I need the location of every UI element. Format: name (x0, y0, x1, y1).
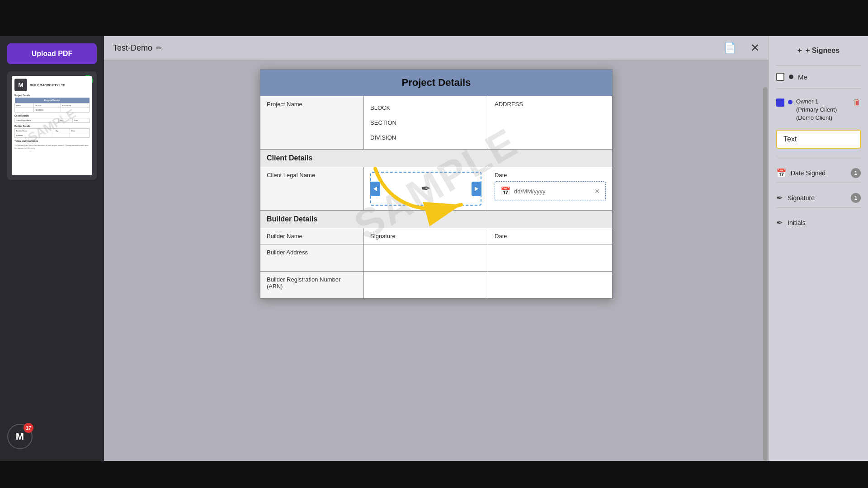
signature-cell[interactable]: ✒ (364, 167, 488, 211)
signature-field-icon: ✒ (776, 193, 783, 203)
owner-delete-icon[interactable]: 🗑 (853, 98, 861, 107)
signature-icon: ✒ (421, 182, 431, 196)
thumb-logo: M BUILDMACRO PTY LTD (14, 79, 90, 91)
calendar-field-icon: 📅 (776, 168, 786, 178)
divider-1 (776, 65, 861, 66)
address-cell: ADDRESS (488, 96, 613, 150)
builder-address-date (488, 244, 613, 272)
section-label: SECTION (370, 119, 481, 126)
date-signed-left: 📅 Date Signed (776, 168, 826, 178)
initials-row[interactable]: ✒ Initials (776, 213, 861, 232)
me-label: Me (798, 73, 807, 81)
initials-field-label: Initials (788, 219, 806, 226)
thumb-project-title: Project Details (14, 94, 90, 97)
upload-pdf-button[interactable]: Upload PDF (7, 43, 97, 64)
project-name-label: Project Name (260, 96, 364, 150)
top-bar (0, 0, 868, 36)
thumb-project-table: Project Details NameBLOCKADDRESS SECTION (14, 98, 90, 113)
signature-row[interactable]: ✒ Signature 1 (776, 188, 861, 208)
date-signed-label: Date Signed (791, 169, 826, 177)
bottom-bar (0, 461, 868, 488)
divider-2 (776, 88, 861, 89)
doc-title: Test-Demo ✏ (113, 43, 162, 53)
builder-date-header: Date (495, 233, 606, 239)
date-placeholder: dd/MM/yyyy (514, 188, 591, 195)
left-sidebar: Upload PDF 1 M BUILDMACRO PTY LTD Projec… (0, 36, 104, 461)
signees-label: + Signees (806, 47, 840, 55)
thumb-terms-text: 1. Payment terms are at the discretion o… (14, 144, 90, 149)
me-dot (789, 75, 793, 79)
pdf-main-table: Project Details Project Name BLOCK SECTI… (260, 69, 613, 299)
owner-desc: (Primary Client) (Demo Client) (796, 106, 849, 122)
builder-details-header: Builder Details (260, 211, 613, 228)
svg-marker-1 (475, 187, 478, 191)
center-content: Test-Demo ✏ 📄 ✕ SAMPLE Project Details P… (104, 36, 769, 461)
owner-info: Owner 1 (Primary Client) (Demo Client) (796, 98, 849, 122)
builder-sig-header: Signature (370, 233, 481, 239)
pdf-canvas[interactable]: SAMPLE Project Details Project Name BLOC… (104, 60, 769, 461)
initials-field-icon: ✒ (776, 218, 783, 228)
builder-date-cell: Date (488, 228, 613, 244)
builder-reg-sig (364, 272, 488, 299)
project-title-cell: Project Details (260, 70, 613, 96)
builder-address-sig (364, 244, 488, 272)
client-details-header: Client Details (260, 150, 613, 167)
doc-title-text: Test-Demo (113, 43, 152, 53)
builder-sig-cell: Signature (364, 228, 488, 244)
thumbnail-inner: M BUILDMACRO PTY LTD Project Details Pro… (12, 76, 92, 175)
client-legal-name-label: Client Legal Name (260, 167, 364, 211)
app-logo[interactable]: M 17 (7, 424, 33, 449)
me-row: Me (776, 73, 861, 81)
main-area: Upload PDF 1 M BUILDMACRO PTY LTD Projec… (0, 36, 868, 461)
notification-badge: 17 (24, 423, 33, 433)
signature-field-label: Signature (788, 194, 815, 202)
close-button[interactable]: ✕ (750, 42, 760, 54)
thumb-client-table: Client Legal NameSigDate (14, 118, 90, 123)
builder-name-label: Builder Name (260, 228, 364, 244)
doc-header: Test-Demo ✏ 📄 ✕ (104, 36, 769, 60)
right-panel: + + Signees Me Owner 1 (Primary Client) … (769, 36, 868, 461)
block-label: BLOCK (370, 104, 481, 111)
thumb-builder-title: Builder Details (14, 125, 90, 127)
thumb-terms-title: Terms and Conditions (14, 140, 90, 142)
date-clear-icon[interactable]: ✕ (594, 188, 600, 195)
bottom-logo-area: M 17 (7, 424, 97, 454)
edit-title-icon[interactable]: ✏ (156, 44, 162, 52)
date-signed-count: 1 (851, 168, 861, 178)
signature-left: ✒ Signature (776, 193, 815, 203)
builder-reg-date (488, 272, 613, 299)
owner-square (776, 99, 784, 107)
date-picker[interactable]: 📅 dd/MM/yyyy ✕ (495, 181, 606, 201)
signees-button[interactable]: + + Signees (776, 43, 861, 58)
calendar-icon: 📅 (500, 186, 510, 196)
date-label: Date (495, 172, 606, 178)
text-field-input[interactable] (776, 130, 861, 149)
initials-left: ✒ Initials (776, 218, 806, 228)
builder-address-label: Builder Address (260, 244, 364, 272)
block-section-cell: BLOCK SECTION DIVISION (364, 96, 488, 150)
thumb-company-name: BUILDMACRO PTY LTD (30, 84, 65, 87)
date-signed-row[interactable]: 📅 Date Signed 1 (776, 164, 861, 183)
doc-file-icon[interactable]: 📄 (724, 42, 736, 54)
sig-tag-left (370, 182, 380, 196)
owner-dot (788, 100, 793, 104)
owner-name: Owner 1 (796, 98, 849, 106)
svg-marker-0 (373, 187, 377, 191)
date-cell[interactable]: Date 📅 dd/MM/yyyy ✕ (488, 167, 613, 211)
signature-count: 1 (851, 193, 861, 203)
owner-row: Owner 1 (Primary Client) (Demo Client) 🗑 (776, 96, 861, 124)
pdf-thumbnail-container[interactable]: 1 M BUILDMACRO PTY LTD Project Details P… (7, 71, 97, 180)
division-label: DIVISION (370, 134, 481, 141)
signees-plus-icon: + (797, 46, 802, 55)
me-checkbox[interactable] (776, 73, 784, 81)
thumb-m-logo: M (14, 79, 27, 91)
scroll-bar[interactable] (763, 87, 768, 461)
pdf-page: SAMPLE Project Details Project Name BLOC… (260, 69, 613, 299)
thumb-client-title: Client Details (14, 114, 90, 117)
sig-tag-right (472, 182, 481, 196)
builder-reg-label: Builder Registration Number (ABN) (260, 272, 364, 299)
signature-dashed-box[interactable]: ✒ (370, 172, 481, 206)
thumb-builder-table: Builder NameSigDate Address (14, 128, 90, 138)
divider-3 (776, 156, 861, 156)
logo-letter: M (16, 431, 24, 442)
